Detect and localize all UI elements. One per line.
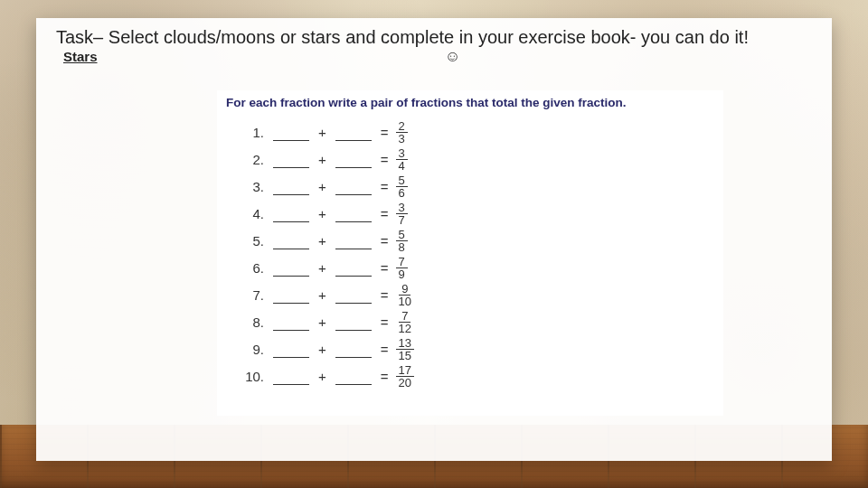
- blank-input[interactable]: [273, 127, 309, 141]
- equals-sign: =: [381, 125, 389, 140]
- target-fraction: 910: [396, 283, 414, 307]
- equals-sign: =: [381, 314, 389, 330]
- target-fraction: 58: [396, 229, 408, 253]
- worksheet-rows: 1.+=232.+=343.+=564.+=375.+=586.+=797.+=…: [217, 118, 723, 389]
- task-instruction: Task– Select clouds/moons or stars and c…: [36, 18, 832, 48]
- blank-input[interactable]: [273, 155, 309, 168]
- blank-input[interactable]: [335, 344, 372, 358]
- worksheet-row: 4.+=37: [237, 200, 723, 227]
- row-number: 5.: [237, 233, 269, 249]
- blank-input[interactable]: [273, 236, 309, 249]
- target-fraction: 37: [396, 202, 408, 226]
- target-fraction: 23: [396, 120, 408, 145]
- equals-sign: =: [381, 152, 389, 167]
- worksheet-row: 6.+=79: [237, 254, 723, 281]
- blank-input[interactable]: [335, 317, 372, 331]
- target-fraction: 56: [396, 174, 408, 199]
- target-fraction: 34: [396, 147, 408, 172]
- blank-input[interactable]: [335, 155, 372, 168]
- equals-sign: =: [381, 179, 389, 194]
- target-fraction: 1315: [396, 337, 414, 361]
- level-label: Stars: [36, 49, 98, 64]
- row-number: 9.: [237, 342, 269, 357]
- target-fraction: 79: [396, 256, 408, 280]
- plus-sign: +: [318, 152, 326, 167]
- plus-sign: +: [318, 287, 326, 303]
- blank-input[interactable]: [335, 263, 372, 277]
- equals-sign: =: [381, 287, 389, 303]
- worksheet-row: 7.+=910: [237, 281, 723, 308]
- worksheet-row: 1.+=23: [237, 118, 723, 145]
- worksheet-row: 8.+=712: [237, 308, 723, 335]
- row-number: 10.: [237, 369, 269, 384]
- plus-sign: +: [318, 369, 326, 384]
- content-card: Task– Select clouds/moons or stars and c…: [36, 18, 832, 461]
- equals-sign: =: [381, 206, 389, 221]
- row-number: 1.: [237, 125, 269, 140]
- row-number: 2.: [237, 152, 269, 167]
- blank-input[interactable]: [273, 182, 309, 195]
- plus-sign: +: [318, 206, 326, 221]
- smile-icon: ☺: [445, 48, 460, 66]
- equals-sign: =: [381, 342, 389, 357]
- blank-input[interactable]: [335, 236, 372, 249]
- row-number: 7.: [237, 287, 269, 303]
- plus-sign: +: [318, 125, 326, 140]
- worksheet-row: 10.+=1720: [237, 362, 723, 389]
- blank-input[interactable]: [335, 127, 372, 141]
- blank-input[interactable]: [335, 290, 372, 304]
- plus-sign: +: [318, 260, 326, 276]
- blank-input[interactable]: [273, 263, 309, 277]
- worksheet-row: 2.+=34: [237, 145, 723, 173]
- blank-input[interactable]: [273, 209, 309, 222]
- blank-input[interactable]: [335, 182, 372, 195]
- blank-input[interactable]: [273, 371, 309, 385]
- blank-input[interactable]: [273, 317, 309, 331]
- row-number: 4.: [237, 206, 269, 221]
- equals-sign: =: [381, 233, 389, 249]
- plus-sign: +: [318, 233, 326, 249]
- target-fraction: 1720: [396, 364, 414, 389]
- row-number: 6.: [237, 260, 269, 276]
- plus-sign: +: [318, 314, 326, 330]
- equals-sign: =: [381, 369, 389, 384]
- blank-input[interactable]: [273, 290, 309, 304]
- plus-sign: +: [318, 179, 326, 194]
- plus-sign: +: [318, 342, 326, 357]
- row-number: 8.: [237, 314, 269, 330]
- equals-sign: =: [381, 260, 389, 276]
- worksheet: For each fraction write a pair of fracti…: [217, 90, 723, 416]
- blank-input[interactable]: [273, 344, 309, 358]
- target-fraction: 712: [396, 310, 414, 334]
- row-number: 3.: [237, 179, 269, 194]
- blank-input[interactable]: [335, 209, 372, 222]
- worksheet-row: 5.+=58: [237, 227, 723, 254]
- worksheet-row: 9.+=1315: [237, 335, 723, 362]
- blank-input[interactable]: [335, 371, 372, 385]
- worksheet-row: 3.+=56: [237, 173, 723, 200]
- worksheet-heading: For each fraction write a pair of fracti…: [217, 90, 723, 118]
